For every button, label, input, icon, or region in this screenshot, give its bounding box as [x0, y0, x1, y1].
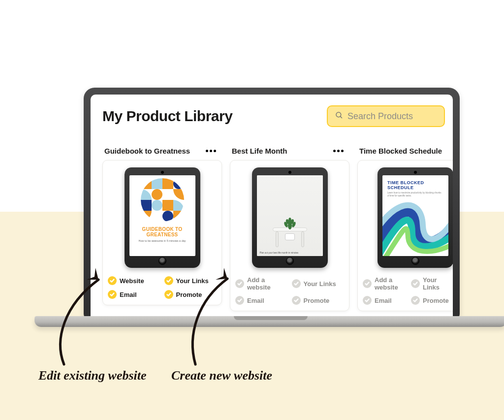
- svg-rect-6: [162, 189, 173, 200]
- laptop-frame: My Product Library Search Products Guide…: [84, 88, 460, 319]
- app-page: My Product Library Search Products Guide…: [91, 95, 453, 311]
- product-cover: Plan out your best life month in minutes: [235, 167, 344, 268]
- cover-caption: Plan out your best life month in minutes: [260, 252, 299, 254]
- check-icon: [292, 279, 301, 288]
- cover-title: TIME BLOCKED SCHEDULE: [387, 180, 443, 190]
- chip-label: Your Links: [304, 280, 336, 288]
- more-menu-icon[interactable]: [331, 148, 346, 154]
- product-card: Time Blocked Schedule TIME BLOCKED SCHED…: [357, 147, 453, 311]
- chip-email[interactable]: Email: [363, 296, 407, 305]
- chip-promote[interactable]: Promote: [411, 296, 453, 305]
- svg-rect-3: [152, 178, 162, 189]
- check-icon: [411, 296, 420, 305]
- cover-art: Plan out your best life month in minutes: [257, 175, 323, 256]
- annotation-left: Edit existing website: [38, 368, 147, 383]
- topbar: My Product Library Search Products: [102, 105, 453, 127]
- laptop-base: [34, 316, 504, 327]
- check-icon: [363, 279, 372, 288]
- chip-email[interactable]: Email: [235, 296, 288, 305]
- check-icon: [411, 279, 420, 288]
- svg-point-10: [162, 211, 173, 222]
- svg-rect-7: [141, 200, 152, 211]
- svg-line-1: [340, 116, 342, 118]
- chip-add-website[interactable]: Add a website: [235, 276, 288, 291]
- search-input[interactable]: Search Products: [327, 105, 445, 127]
- chip-your-links[interactable]: Your Links: [164, 276, 217, 285]
- product-cover: TIME BLOCKED SCHEDULE Learn how to maxim…: [363, 167, 453, 268]
- svg-point-4: [173, 178, 184, 189]
- product-chips: Add a website Your Links Email: [235, 276, 344, 305]
- chip-label: Email: [375, 297, 392, 304]
- chip-label: Email: [247, 297, 264, 304]
- check-icon: [363, 296, 372, 305]
- product-card-body[interactable]: GUIDEBOOK TO GREATNESS How to be awesome…: [102, 160, 222, 305]
- chip-add-website[interactable]: Add a website: [363, 276, 407, 291]
- product-card-body[interactable]: Plan out your best life month in minutes…: [230, 160, 349, 311]
- chip-website[interactable]: Website: [108, 276, 160, 285]
- chip-label: Add a website: [375, 276, 407, 291]
- cover-subtitle: How to be awesome in 5 minutes a day: [139, 239, 186, 242]
- product-card: Guidebook to Greatness: [102, 147, 222, 311]
- laptop-screen: My Product Library Search Products Guide…: [91, 95, 453, 319]
- chip-your-links[interactable]: Your Links: [411, 276, 453, 291]
- chip-label: Email: [120, 291, 137, 298]
- check-icon: [235, 279, 244, 288]
- chip-promote[interactable]: Promote: [292, 296, 345, 305]
- chip-email[interactable]: Email: [108, 290, 160, 299]
- chip-label: Your Links: [176, 277, 209, 285]
- svg-rect-2: [141, 178, 152, 189]
- cover-art: TIME BLOCKED SCHEDULE Learn how to maxim…: [382, 175, 448, 256]
- chip-label: Promote: [423, 297, 449, 304]
- chip-label: Promote: [176, 291, 202, 298]
- product-chips: Add a website Your Links Email: [363, 276, 453, 305]
- product-title: Time Blocked Schedule: [359, 147, 453, 155]
- annotation-right: Create new website: [171, 368, 272, 383]
- svg-rect-9: [152, 211, 162, 222]
- check-icon: [235, 296, 244, 305]
- tablet-mockup: GUIDEBOOK TO GREATNESS How to be awesome…: [125, 167, 200, 268]
- chip-label: Promote: [304, 297, 330, 304]
- svg-point-0: [336, 112, 341, 117]
- svg-point-8: [152, 200, 162, 211]
- product-cover: GUIDEBOOK TO GREATNESS How to be awesome…: [108, 167, 217, 268]
- product-card-body[interactable]: TIME BLOCKED SCHEDULE Learn how to maxim…: [357, 160, 453, 311]
- cover-art: [141, 178, 184, 222]
- search-icon: [335, 111, 344, 122]
- search-placeholder: Search Products: [347, 111, 413, 122]
- chip-label: Website: [120, 277, 144, 285]
- product-title: Guidebook to Greatness: [104, 147, 201, 155]
- check-icon: [108, 290, 117, 299]
- check-icon: [164, 290, 173, 299]
- tablet-mockup: Plan out your best life month in minutes: [252, 167, 328, 268]
- product-card: Best Life Month: [230, 147, 349, 311]
- svg-rect-11: [173, 211, 184, 222]
- cover-title: GUIDEBOOK TO GREATNESS: [131, 226, 193, 237]
- page-title: My Product Library: [102, 108, 319, 125]
- svg-point-17: [288, 218, 291, 223]
- chip-promote[interactable]: Promote: [164, 290, 217, 299]
- cover-subtitle: Learn how to maximize productivity by bl…: [387, 192, 443, 197]
- check-icon: [292, 296, 301, 305]
- chip-label: Your Links: [423, 276, 453, 291]
- chip-label: Add a website: [247, 276, 288, 291]
- product-chips: Website Your Links Email: [108, 276, 217, 299]
- check-icon: [164, 276, 173, 285]
- chip-your-links[interactable]: Your Links: [292, 276, 345, 291]
- more-menu-icon[interactable]: [204, 148, 218, 154]
- tablet-mockup: TIME BLOCKED SCHEDULE Learn how to maxim…: [378, 167, 453, 268]
- check-icon: [108, 276, 117, 285]
- svg-point-5: [152, 189, 162, 200]
- product-cards: Guidebook to Greatness: [102, 147, 453, 311]
- product-title: Best Life Month: [232, 147, 328, 155]
